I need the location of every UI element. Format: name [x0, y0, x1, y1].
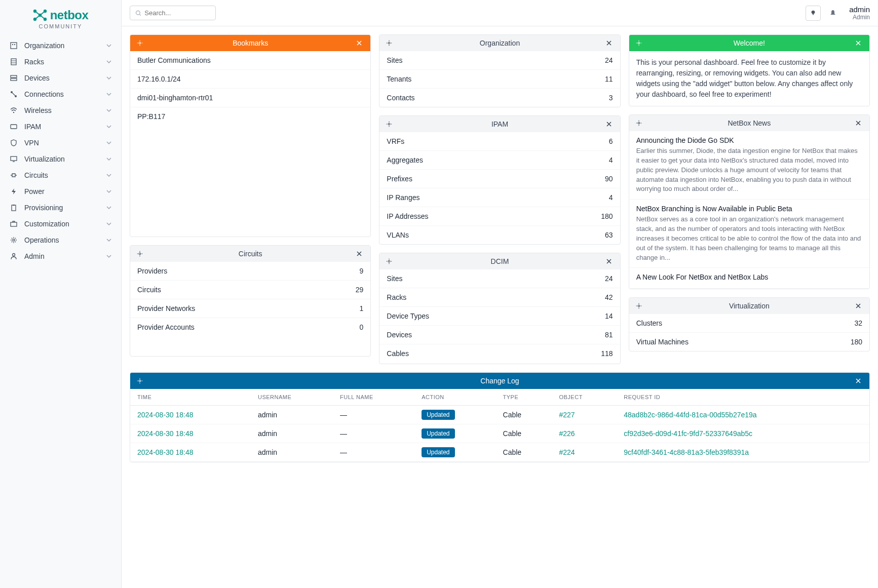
nav-racks[interactable]: Racks — [0, 54, 121, 70]
changelog-row: 2024-08-30 18:48 admin — Updated Cable #… — [130, 424, 869, 443]
stat-row[interactable]: Clusters32 — [629, 314, 869, 333]
bookmark-item[interactable]: Butler Communications — [130, 51, 370, 70]
server-icon — [9, 74, 18, 82]
stat-row[interactable]: Sites24 — [379, 269, 620, 288]
chevron-down-icon — [106, 253, 112, 259]
svg-line-30 — [139, 14, 140, 15]
bookmark-item[interactable]: PP:B117 — [130, 107, 370, 126]
news-title-link[interactable]: A New Look For NetBox and NetBox Labs — [636, 273, 862, 281]
widget-close-icon[interactable] — [606, 121, 614, 127]
widget-settings-icon[interactable] — [386, 258, 394, 265]
nav-label: Power — [24, 187, 106, 195]
nav-connections[interactable]: Connections — [0, 86, 121, 102]
changelog-object-link[interactable]: #226 — [559, 429, 575, 438]
widget-virtualization: Virtualization Clusters32 Virtual Machin… — [629, 297, 870, 351]
widget-settings-icon[interactable] — [386, 40, 394, 47]
stat-row[interactable]: VRFs6 — [379, 132, 620, 151]
search-input[interactable] — [144, 9, 210, 17]
svg-line-8 — [40, 15, 45, 19]
action-badge: Updated — [422, 428, 454, 439]
widget-close-icon[interactable] — [606, 258, 614, 264]
widget-title: Virtualization — [643, 302, 855, 310]
stat-row[interactable]: VLANs63 — [379, 226, 620, 244]
shield-icon — [9, 139, 18, 147]
stat-row[interactable]: Aggregates4 — [379, 151, 620, 170]
brand-logo[interactable]: netbox Community — [0, 0, 121, 33]
chevron-down-icon — [106, 188, 112, 194]
widget-settings-icon[interactable] — [136, 250, 144, 257]
nav-admin[interactable]: Admin — [0, 248, 121, 264]
widget-close-icon[interactable] — [356, 40, 364, 46]
changelog-object-link[interactable]: #227 — [559, 411, 575, 419]
stat-row[interactable]: Devices81 — [379, 326, 620, 344]
stat-row[interactable]: Providers9 — [130, 262, 370, 281]
svg-point-34 — [389, 123, 391, 125]
news-title-link[interactable]: Announcing the Diode Go SDK — [636, 136, 862, 144]
bookmark-item[interactable]: 172.16.0.1/24 — [130, 70, 370, 89]
widget-settings-icon[interactable] — [386, 121, 394, 128]
nav-devices[interactable]: Devices — [0, 70, 121, 86]
news-title-link[interactable]: NetBox Branching is Now Available in Pub… — [636, 205, 862, 213]
stat-row[interactable]: IP Ranges4 — [379, 188, 620, 207]
svg-rect-16 — [11, 79, 17, 81]
stat-row[interactable]: Provider Accounts0 — [130, 318, 370, 336]
nav-provisioning[interactable]: Provisioning — [0, 200, 121, 216]
widget-settings-icon[interactable] — [635, 120, 643, 127]
stat-row[interactable]: Prefixes90 — [379, 170, 620, 188]
widget-close-icon[interactable] — [855, 378, 863, 384]
widget-close-icon[interactable] — [855, 120, 863, 126]
user-role: Admin — [849, 14, 870, 21]
nav-organization[interactable]: Organization — [0, 37, 121, 54]
col-action: Action — [414, 389, 495, 406]
stat-row[interactable]: Tenants11 — [379, 70, 620, 89]
nav-customization[interactable]: Customization — [0, 216, 121, 232]
widget-close-icon[interactable] — [356, 251, 364, 257]
bookmark-item[interactable]: dmi01-binghamton-rtr01 — [130, 89, 370, 107]
stat-row[interactable]: Cables118 — [379, 344, 620, 363]
nav-label: Racks — [24, 58, 106, 66]
nav-wireless[interactable]: Wireless — [0, 102, 121, 119]
nav-power[interactable]: Power — [0, 183, 121, 200]
welcome-text: This is your personal dashboard. Feel fr… — [629, 51, 869, 106]
user-menu[interactable]: admin Admin — [849, 5, 870, 21]
search-box[interactable] — [130, 6, 216, 20]
stat-row[interactable]: Sites24 — [379, 51, 620, 70]
changelog-time-link[interactable]: 2024-08-30 18:48 — [137, 429, 194, 438]
widget-settings-icon[interactable] — [635, 302, 643, 309]
svg-line-7 — [35, 15, 40, 19]
changelog-user: admin — [251, 406, 333, 424]
action-badge: Updated — [422, 447, 454, 457]
widget-close-icon[interactable] — [606, 40, 614, 46]
changelog-requestid-link[interactable]: cf92d3e6-d09d-41fc-9fd7-52337649ab5c — [624, 429, 752, 438]
notifications-button[interactable] — [827, 7, 839, 19]
stat-row[interactable]: Circuits29 — [130, 281, 370, 299]
svg-rect-11 — [14, 44, 15, 45]
stat-row[interactable]: Provider Networks1 — [130, 299, 370, 318]
nav-circuits[interactable]: Circuits — [0, 167, 121, 183]
widget-settings-icon[interactable] — [136, 40, 144, 47]
stat-row[interactable]: IP Addresses180 — [379, 207, 620, 226]
changelog-time-link[interactable]: 2024-08-30 18:48 — [137, 448, 194, 456]
nav-vpn[interactable]: VPN — [0, 135, 121, 151]
stat-row[interactable]: Racks42 — [379, 288, 620, 307]
changelog-requestid-link[interactable]: 9cf40fdf-3461-4c88-81a3-5feb39f8391a — [624, 448, 749, 456]
netbox-logo-icon — [33, 9, 47, 21]
widget-settings-icon[interactable] — [635, 40, 643, 47]
changelog-fullname: — — [333, 406, 414, 424]
svg-point-18 — [15, 95, 17, 97]
theme-toggle-button[interactable] — [806, 6, 821, 21]
nav-virtualization[interactable]: Virtualization — [0, 151, 121, 167]
stat-row[interactable]: Contacts3 — [379, 89, 620, 107]
widget-circuits: Circuits Providers9 Circuits29 Provider … — [130, 245, 371, 357]
nav-ipam[interactable]: IPAM — [0, 119, 121, 135]
stat-row[interactable]: Device Types14 — [379, 307, 620, 326]
changelog-object-link[interactable]: #224 — [559, 448, 575, 456]
changelog-requestid-link[interactable]: 48ad8b2c-986d-44fd-81ca-00d55b27e19a — [624, 411, 756, 419]
widget-close-icon[interactable] — [855, 303, 863, 309]
widget-settings-icon[interactable] — [136, 377, 144, 384]
stat-row[interactable]: Virtual Machines180 — [629, 333, 869, 351]
nav-label: Virtualization — [24, 155, 106, 163]
nav-operations[interactable]: Operations — [0, 232, 121, 248]
widget-close-icon[interactable] — [855, 40, 863, 46]
changelog-time-link[interactable]: 2024-08-30 18:48 — [137, 411, 194, 419]
